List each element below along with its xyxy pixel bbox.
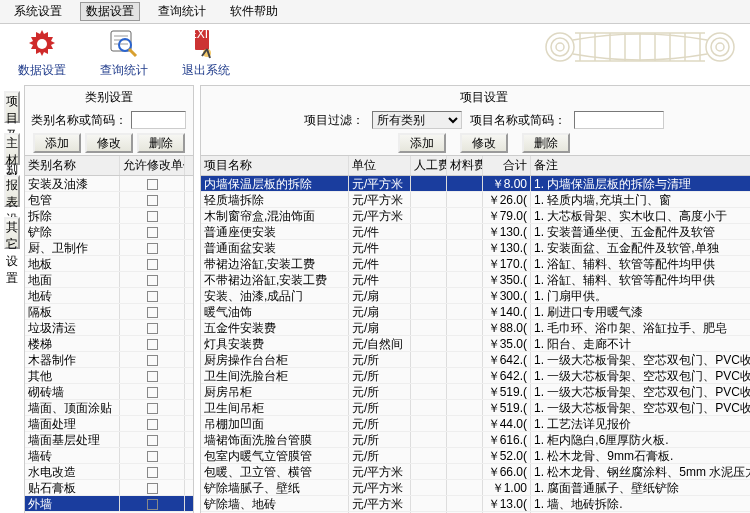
table-row[interactable]: 砌砖墙 [25, 384, 193, 400]
tool-data-settings[interactable]: 数据设置 [18, 28, 66, 79]
checkbox[interactable] [147, 275, 158, 286]
table-row[interactable]: 木制窗帘盒,混油饰面元/平方米￥79.0(1. 大芯板骨架、实木收口、高度小于 [201, 208, 750, 224]
table-row[interactable]: 楼梯 [25, 336, 193, 352]
checkbox[interactable] [147, 387, 158, 398]
item-delete-button[interactable]: 删除 [522, 133, 570, 153]
table-row[interactable]: 贴石膏板 [25, 480, 193, 496]
item-name-input[interactable] [574, 111, 664, 129]
tool-exit[interactable]: EXIT退出系统 [182, 28, 230, 79]
col-allow-edit-price: 允许修改单价 [120, 156, 185, 175]
checkbox[interactable] [147, 195, 158, 206]
table-row[interactable]: 轻质墙拆除元/平方米￥26.0(1. 轻质内墙,充填土门、窗 [201, 192, 750, 208]
checkbox[interactable] [147, 339, 158, 350]
checkbox[interactable] [147, 435, 158, 446]
item-edit-button[interactable]: 修改 [460, 133, 508, 153]
table-row[interactable]: 带裙边浴缸,安装工费元/件￥170.(1. 浴缸、辅料、软管等配件均甲供 [201, 256, 750, 272]
table-row[interactable]: 铲除 [25, 224, 193, 240]
table-row[interactable]: 普通面盆安装元/件￥130.(1. 安装面盆、五金配件及软管,单独 [201, 240, 750, 256]
table-row[interactable]: 厨、卫制作 [25, 240, 193, 256]
checkbox[interactable] [147, 499, 158, 510]
table-row[interactable]: 墙面处理 [25, 416, 193, 432]
svg-point-13 [556, 43, 564, 51]
checkbox[interactable] [147, 467, 158, 478]
table-row[interactable]: 包室内暖气立管膜管元/所￥52.0(1. 松木龙骨、9mm石膏板. [201, 448, 750, 464]
sidebar-button[interactable]: 项目及类别 [4, 91, 20, 123]
checkbox[interactable] [147, 227, 158, 238]
category-delete-button[interactable]: 删除 [137, 133, 185, 153]
checkbox[interactable] [147, 243, 158, 254]
table-row[interactable]: 包管 [25, 192, 193, 208]
category-name-label: 类别名称或简码： [31, 112, 127, 129]
table-row[interactable]: 灯具安装费元/自然间￥35.0(1. 阳台、走廊不计 [201, 336, 750, 352]
table-row[interactable]: 厨房操作台台柜元/所￥642.(1. 一级大芯板骨架、空芯双包门、PVC收 [201, 352, 750, 368]
table-row[interactable]: 厨房吊柜元/所￥519.(1. 一级大芯板骨架、空芯双包门、PVC收 [201, 384, 750, 400]
table-row[interactable]: 墙砖 [25, 448, 193, 464]
sidebar: 项目及类别主材料报表设置其它设置 [0, 81, 24, 513]
table-row[interactable]: 墙面、顶面涂贴 [25, 400, 193, 416]
table-row[interactable]: 墙裙饰面洗脸台管膜元/所￥616.(1. 柜内隐白,6厘厚防火板. [201, 432, 750, 448]
menu-item[interactable]: 系统设置 [8, 2, 68, 21]
table-row[interactable]: 卫生间洗脸台柜元/所￥642.(1. 一级大芯板骨架、空芯双包门、PVC收 [201, 368, 750, 384]
sidebar-button[interactable]: 其它设置 [4, 217, 20, 249]
table-row[interactable]: 隔板 [25, 304, 193, 320]
table-row[interactable]: 铲除墙腻子、壁纸元/平方米￥1.001. 腐面普通腻子、壁纸铲除 [201, 480, 750, 496]
table-row[interactable]: 外墙 [25, 496, 193, 512]
table-row[interactable]: 地板 [25, 256, 193, 272]
sidebar-button[interactable]: 报表设置 [4, 175, 20, 207]
checkbox[interactable] [147, 179, 158, 190]
panel-title: 项目设置 [201, 86, 750, 109]
table-row[interactable]: 不带裙边浴缸,安装工费元/件￥350.(1. 浴缸、辅料、软管等配件均甲供 [201, 272, 750, 288]
item-grid: 项目名称 单位 人工费 材料费 合计 备注 内墙保温层板的拆除元/平方米￥8.0… [201, 155, 750, 513]
table-row[interactable]: 木器制作 [25, 352, 193, 368]
table-row[interactable]: 水电改造 [25, 464, 193, 480]
table-row[interactable]: 地砖 [25, 288, 193, 304]
checkbox[interactable] [147, 355, 158, 366]
category-controls: 类别名称或简码： [25, 109, 193, 131]
tool-query-stats[interactable]: 查询统计 [100, 28, 148, 79]
item-name-label: 项目名称或简码： [470, 112, 566, 129]
panel-title: 类别设置 [25, 86, 193, 109]
category-add-button[interactable]: 添加 [33, 133, 81, 153]
checkbox[interactable] [147, 451, 158, 462]
table-row[interactable]: 安装及油漆 [25, 176, 193, 192]
menu-item[interactable]: 软件帮助 [224, 2, 284, 21]
table-row[interactable]: 卫生间吊柜元/所￥519.(1. 一级大芯板骨架、空芯双包门、PVC收 [201, 400, 750, 416]
category-panel: 类别设置 类别名称或简码： 添加 修改 删除 类别名称 允许修改单价 安装及油漆… [24, 85, 194, 513]
svg-point-14 [706, 33, 734, 61]
menu-item[interactable]: 数据设置 [80, 2, 140, 21]
table-row[interactable]: 墙面基层处理 [25, 432, 193, 448]
item-add-button[interactable]: 添加 [398, 133, 446, 153]
table-row[interactable]: 包暖、卫立管、横管元/平方米￥66.0(1. 松木龙骨、钢丝腐涂料、5mm 水泥… [201, 464, 750, 480]
svg-point-15 [711, 38, 729, 56]
checkbox[interactable] [147, 483, 158, 494]
item-filter-select[interactable]: 所有类别 [372, 111, 462, 129]
category-edit-button[interactable]: 修改 [85, 133, 133, 153]
checkbox[interactable] [147, 307, 158, 318]
table-row[interactable]: 拆除 [25, 208, 193, 224]
table-row[interactable]: 地面 [25, 272, 193, 288]
svg-point-12 [551, 38, 569, 56]
checkbox[interactable] [147, 323, 158, 334]
menubar: 系统设置数据设置查询统计软件帮助 [0, 0, 750, 24]
table-row[interactable]: 普通座便安装元/件￥130.(1. 安装普通坐便、五金配件及软管 [201, 224, 750, 240]
checkbox[interactable] [147, 291, 158, 302]
table-row[interactable]: 垃圾清运 [25, 320, 193, 336]
table-row[interactable]: 内墙保温层板的拆除元/平方米￥8.001. 内墙保温层板的拆除与清理 [201, 176, 750, 192]
checkbox[interactable] [147, 259, 158, 270]
table-row[interactable]: 其他 [25, 368, 193, 384]
svg-line-7 [129, 49, 136, 56]
checkbox[interactable] [147, 419, 158, 430]
item-filter-label: 项目过滤： [304, 112, 364, 129]
table-row[interactable]: 安装、油漆,成品门元/扇￥300.(1. 门扇甲供。 [201, 288, 750, 304]
table-row[interactable]: 暖气油饰元/扇￥140.(1. 刷进口专用暖气漆 [201, 304, 750, 320]
checkbox[interactable] [147, 403, 158, 414]
table-row[interactable]: 铲除墙、地砖元/平方米￥13.0(1. 墙、地砖拆除. [201, 496, 750, 512]
table-row[interactable]: 五金件安装费元/扇￥88.0(1. 毛巾环、浴巾架、浴缸拉手、肥皂 [201, 320, 750, 336]
sidebar-button[interactable]: 主材料 [4, 133, 20, 165]
table-row[interactable]: 吊棚加凹面元/所￥44.0(1. 工艺法详见报价 [201, 416, 750, 432]
item-panel: 项目设置 项目过滤： 所有类别 项目名称或简码： 添加 修改 删除 项目名称 单… [200, 85, 750, 513]
checkbox[interactable] [147, 371, 158, 382]
menu-item[interactable]: 查询统计 [152, 2, 212, 21]
checkbox[interactable] [147, 211, 158, 222]
category-name-input[interactable] [131, 111, 186, 129]
